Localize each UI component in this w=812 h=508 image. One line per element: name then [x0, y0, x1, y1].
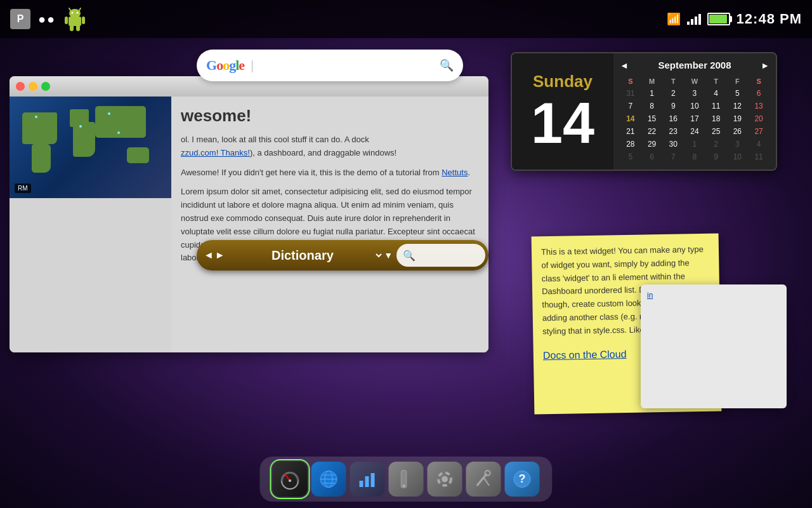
phone-icon — [395, 468, 417, 490]
dictionary-widget: ◄ ► Dictionary Thesaurus Encyclopedia ▼ … — [197, 240, 488, 271]
cal-cell[interactable]: 30 — [662, 138, 684, 150]
globe-icon — [318, 468, 340, 490]
cal-cell[interactable]: 7 — [620, 100, 641, 112]
cal-cell[interactable]: 17 — [684, 112, 705, 125]
calendar-month-panel: ◄ September 2008 ► S M T W T F S 31 1 2 — [613, 53, 776, 170]
cal-cell[interactable]: 8 — [641, 100, 663, 112]
cal-cell[interactable]: 2 — [705, 138, 727, 150]
world-map-image: RM — [10, 97, 171, 198]
cal-header-sat: S — [748, 76, 769, 87]
cal-cell[interactable]: 11 — [748, 150, 769, 163]
cal-cell[interactable]: 6 — [641, 150, 663, 163]
dictionary-next-icon[interactable]: ► — [215, 250, 225, 261]
pushbullet-icon: P — [10, 9, 30, 29]
partial-window-link[interactable]: in — [647, 291, 653, 300]
cal-header-fri: F — [727, 76, 749, 87]
cal-cell[interactable]: 25 — [705, 125, 727, 138]
svg-point-4 — [77, 12, 79, 14]
dock-icon-stats[interactable] — [350, 462, 385, 497]
cal-cell[interactable]: 2 — [662, 87, 684, 100]
cal-cell[interactable]: 26 — [727, 125, 749, 138]
cal-cell[interactable]: 3 — [684, 87, 705, 100]
svg-rect-6 — [65, 17, 68, 24]
browser-content: RM wesome! ol. I mean, look at all this … — [10, 97, 488, 352]
cal-cell[interactable]: 1 — [684, 138, 705, 150]
calendar-week-2: 7 8 9 10 11 12 13 — [620, 100, 769, 112]
dock-icon-settings-gear[interactable] — [428, 462, 462, 497]
rm-badge: RM — [15, 184, 31, 193]
svg-rect-18 — [360, 481, 363, 487]
google-search-icon[interactable]: 🔍 — [440, 58, 454, 72]
close-button-icon[interactable] — [16, 82, 25, 91]
cal-cell[interactable]: 7 — [662, 150, 684, 163]
dock-icon-globe[interactable] — [311, 462, 346, 497]
zzud-link[interactable]: zzud.com! Thanks! — [181, 148, 250, 157]
dock-icon-help[interactable]: ? — [505, 462, 540, 497]
cal-cell[interactable]: 21 — [620, 125, 641, 138]
cal-cell[interactable]: 27 — [748, 125, 769, 138]
cal-cell[interactable]: 31 — [620, 87, 641, 100]
dock: ? — [260, 457, 553, 502]
browser-text-2: Awesome! If you didn't get here via it, … — [181, 166, 479, 180]
cal-cell[interactable]: 9 — [662, 100, 684, 112]
dock-icon-tools[interactable] — [466, 462, 501, 497]
cal-cell[interactable]: 20 — [748, 112, 769, 125]
cal-cell[interactable]: 5 — [727, 87, 749, 100]
docs-on-cloud-link[interactable]: Docs on the Cloud — [543, 349, 627, 361]
browser-window: RM wesome! ol. I mean, look at all this … — [10, 76, 488, 352]
help-icon: ? — [511, 468, 534, 490]
calendar-week-1: 31 1 2 3 4 5 6 — [620, 87, 769, 100]
cal-cell[interactable]: 10 — [727, 150, 749, 163]
google-search-bar: Google | 🔍 — [197, 50, 463, 81]
cal-cell[interactable]: 15 — [641, 112, 663, 125]
cal-cell[interactable]: 8 — [684, 150, 705, 163]
status-right: 📶 12:48 PM — [667, 11, 802, 27]
cal-cell[interactable]: 4 — [748, 138, 769, 150]
cal-cell[interactable]: 6 — [748, 87, 769, 100]
voicemail-icon: ●● — [38, 12, 56, 27]
calendar-month-title: September 2008 — [658, 60, 731, 70]
dock-icon-speedometer[interactable] — [273, 462, 308, 497]
cal-cell[interactable]: 13 — [748, 100, 769, 112]
cal-cell[interactable]: 11 — [705, 100, 727, 112]
cal-cell[interactable]: 4 — [705, 87, 727, 100]
google-search-input[interactable] — [260, 60, 433, 71]
speedometer-icon — [279, 468, 301, 490]
dock-icon-phone[interactable] — [389, 462, 424, 497]
browser-main-content[interactable]: wesome! ol. I mean, look at all this coo… — [171, 97, 488, 352]
cal-cell[interactable]: 22 — [641, 125, 663, 138]
calendar-next-icon[interactable]: ► — [761, 60, 769, 70]
cal-cell[interactable]: 19 — [727, 112, 749, 125]
cal-header-mon: M — [641, 76, 663, 87]
nettuts-link[interactable]: Nettuts — [442, 168, 468, 177]
cal-cell[interactable]: 28 — [620, 138, 641, 150]
battery-icon — [707, 13, 730, 25]
cal-cell[interactable]: 5 — [620, 150, 641, 163]
calendar-day-panel: Sunday 14 — [512, 53, 613, 170]
calendar-day-number: 14 — [531, 95, 594, 152]
cal-cell-today[interactable]: 14 — [620, 112, 641, 125]
maximize-button-icon[interactable] — [41, 82, 50, 91]
cal-cell[interactable]: 23 — [662, 125, 684, 138]
cal-cell[interactable]: 1 — [641, 87, 663, 100]
svg-point-3 — [72, 12, 74, 14]
calendar-prev-icon[interactable]: ◄ — [620, 60, 629, 70]
cal-cell[interactable]: 16 — [662, 112, 684, 125]
browser-heading: wesome! — [181, 106, 479, 126]
cal-cell[interactable]: 29 — [641, 138, 663, 150]
dictionary-select[interactable]: Dictionary Thesaurus Encyclopedia — [229, 248, 384, 263]
wifi-icon: 📶 — [667, 12, 681, 26]
cal-cell[interactable]: 18 — [705, 112, 727, 125]
calendar-inner: Sunday 14 ◄ September 2008 ► S M T W T F… — [512, 53, 776, 170]
minimize-button-icon[interactable] — [29, 82, 37, 91]
cal-cell[interactable]: 24 — [684, 125, 705, 138]
cal-cell[interactable]: 9 — [705, 150, 727, 163]
cal-cell[interactable]: 10 — [684, 100, 705, 112]
cal-cell[interactable]: 12 — [727, 100, 749, 112]
cal-cell[interactable]: 3 — [727, 138, 749, 150]
dictionary-prev-icon[interactable]: ◄ — [204, 250, 214, 261]
calendar-week-4: 21 22 23 24 25 26 27 — [620, 125, 769, 138]
cal-header-wed: W — [684, 76, 705, 87]
dictionary-search-input[interactable] — [419, 250, 530, 260]
calendar-header-row: S M T W T F S — [620, 76, 769, 87]
